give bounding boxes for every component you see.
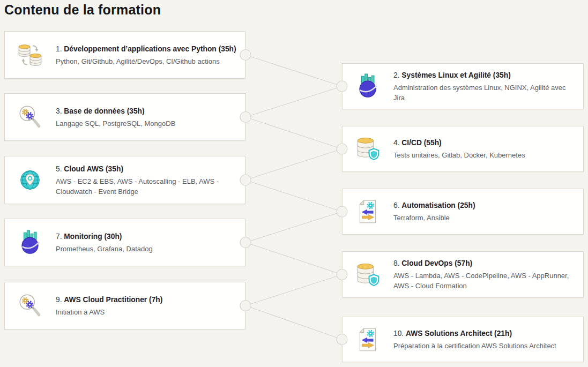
course-card-10: 10. AWS Solutions Architect (21h) Prépar… — [342, 317, 584, 362]
course-text: 2. Systèmes Linux et Agilité (35h) Admin… — [393, 70, 583, 103]
course-subtitle: Terraform, Ansible — [393, 213, 475, 223]
course-number: 9. — [56, 296, 62, 304]
course-subtitle: AWS - EC2 & EBS, AWS - Autoscalling - EL… — [56, 176, 237, 197]
search-gears-icon — [17, 293, 43, 319]
course-title: Automatisation (25h) — [401, 201, 475, 209]
course-title: CI/CD (55h) — [401, 139, 441, 147]
course-text: 10. AWS Solutions Architect (21h) Prépar… — [393, 328, 564, 351]
course-text: 3. Base de données (35h) Langage SQL, Po… — [56, 106, 183, 129]
course-subtitle: Langage SQL, PostgreSQL, MongoDB — [56, 118, 175, 129]
connection-line — [245, 149, 342, 180]
course-card-7: 7. Monitoring (30h) Prometheus, Grafana,… — [4, 219, 245, 266]
monitoring-globe-icon — [17, 229, 43, 256]
course-card-1: 1. Développement d’applications avec Pyt… — [4, 31, 245, 79]
connection-line — [245, 180, 342, 212]
course-title: AWS Solutions Architect (21h) — [406, 329, 512, 338]
connection-line — [245, 86, 342, 117]
course-number: 1. — [56, 45, 62, 53]
course-text: 1. Développement d’applications avec Pyt… — [56, 44, 244, 66]
course-title: Développement d’applications avec Python… — [64, 45, 236, 53]
database-shield-icon — [354, 136, 381, 162]
connection-line — [245, 275, 342, 306]
course-number: 6. — [393, 201, 400, 209]
course-number: 2. — [393, 71, 400, 79]
course-card-8: 8. Cloud DevOps (57h) AWS - Lambda, AWS … — [342, 251, 584, 298]
page-title: Contenu de la formation — [4, 2, 161, 18]
course-title: AWS Cloud Practitioner (7h) — [64, 296, 162, 304]
course-card-9: 9. AWS Cloud Practitioner (7h) Initiatio… — [4, 282, 245, 329]
globe-pin-icon — [17, 167, 43, 193]
course-number: 7. — [56, 233, 62, 241]
course-text: 7. Monitoring (30h) Prometheus, Grafana,… — [56, 231, 160, 254]
course-number: 10. — [393, 329, 404, 338]
course-title: Systèmes Linux et Agilité (35h) — [401, 71, 510, 79]
course-subtitle: Initiation à AWS — [56, 307, 162, 317]
course-card-2: 2. Systèmes Linux et Agilité (35h) Admin… — [342, 63, 584, 109]
course-subtitle: Tests unitaires, Gitlab, Docker, Kuberne… — [393, 150, 525, 160]
course-text: 4. CI/CD (55h) Tests unitaires, Gitlab, … — [393, 138, 533, 160]
course-text: 8. Cloud DevOps (57h) AWS - Lambda, AWS … — [393, 258, 583, 291]
course-number: 3. — [56, 107, 62, 115]
course-text: 9. AWS Cloud Practitioner (7h) Initiatio… — [56, 295, 170, 317]
database-shield-icon — [354, 261, 381, 288]
course-text: 5. Cloud AWS (35h) AWS - EC2 & EBS, AWS … — [56, 164, 245, 197]
course-card-6: 6. Automatisation (25h) Terraform, Ansib… — [342, 189, 584, 235]
course-card-5: 5. Cloud AWS (35h) AWS - EC2 & EBS, AWS … — [4, 156, 245, 204]
course-title: Base de données (35h) — [64, 107, 144, 115]
course-title: Cloud AWS (35h) — [64, 165, 123, 173]
connection-line — [245, 117, 342, 149]
connection-line — [245, 243, 342, 275]
document-gear-arrows-icon — [354, 198, 381, 225]
course-text: 6. Automatisation (25h) Terraform, Ansib… — [393, 200, 483, 223]
course-number: 5. — [56, 165, 62, 173]
course-subtitle: Prometheus, Grafana, Datadog — [56, 244, 153, 254]
search-gears-icon — [17, 104, 43, 131]
course-subtitle: Préparation à la certification AWS Solut… — [393, 341, 556, 351]
course-card-4: 4. CI/CD (55h) Tests unitaires, Gitlab, … — [342, 126, 584, 172]
course-title: Monitoring (30h) — [64, 233, 122, 241]
database-sync-icon — [17, 42, 43, 69]
course-subtitle: AWS - Lambda, AWS - CodePipeline, AWS - … — [393, 271, 576, 291]
connection-line — [245, 212, 342, 243]
course-subtitle: Administration des systèmes Linux, NGINX… — [393, 83, 576, 103]
connection-line — [245, 55, 342, 87]
course-title: Cloud DevOps (57h) — [401, 259, 472, 267]
document-gear-arrows-icon — [354, 326, 381, 353]
connection-line — [245, 306, 342, 340]
course-subtitle: Python, Git/Github, Agilité/DevOps, CI/G… — [56, 56, 236, 66]
course-number: 8. — [393, 259, 400, 267]
course-card-3: 3. Base de données (35h) Langage SQL, Po… — [4, 93, 245, 141]
course-number: 4. — [393, 139, 400, 147]
monitoring-globe-icon — [354, 73, 381, 100]
